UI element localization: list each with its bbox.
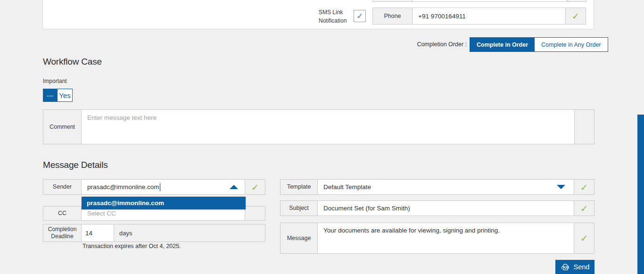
sender-value: prasadc@immonline.com	[87, 183, 159, 191]
send-button-label: Send	[574, 263, 590, 271]
template-label: Template	[281, 180, 317, 194]
valid-check-icon: ✓	[580, 182, 588, 192]
message-field-group: Message Your documents are available for…	[280, 223, 594, 254]
important-toggle: --- Yes	[43, 89, 73, 102]
template-field-group: Template Default Template ✓	[280, 179, 594, 195]
text-cursor	[160, 183, 160, 191]
sender-field-group: Sender prasadc@immonline.com ✓	[43, 179, 265, 195]
complete-in-order-button[interactable]: Complete in Order	[470, 38, 535, 51]
message-input[interactable]: Your documents are available for viewing…	[317, 223, 574, 253]
subject-input-field[interactable]	[323, 205, 568, 212]
message-textarea[interactable]: Your documents are available for viewing…	[318, 223, 574, 253]
phone-label: Phone	[373, 8, 412, 24]
completion-order-label: Completion Order :	[382, 41, 467, 48]
cut-field-input-stub[interactable]	[412, 0, 567, 2]
important-label: Important	[43, 78, 67, 84]
comment-field-group: Comment	[43, 109, 594, 144]
comment-input[interactable]	[81, 110, 575, 144]
cut-field-check-stub	[568, 0, 586, 2]
send-documents-page: SMS Link Notification ✓ Phone ✓ Completi…	[0, 0, 644, 274]
cc-right-cell	[245, 207, 265, 220]
sender-input[interactable]: prasadc@immonline.com	[81, 180, 245, 194]
deadline-unit-label: days	[119, 224, 132, 241]
deadline-days-input[interactable]	[81, 224, 114, 241]
template-valid-cell: ✓	[574, 180, 594, 194]
sender-dropdown-option[interactable]: prasadc@immonline.com	[82, 197, 246, 209]
dropdown-down-arrow-icon[interactable]	[557, 185, 565, 189]
cut-field-label-stub	[372, 0, 412, 2]
template-select[interactable]: Default Template	[317, 180, 574, 194]
dropdown-up-arrow-icon[interactable]	[230, 185, 238, 189]
cc-input-field[interactable]	[87, 210, 239, 217]
valid-check-icon: ✓	[580, 233, 588, 243]
sms-link-notification-label: SMS Link Notification	[319, 8, 347, 25]
comment-right-cell	[575, 110, 594, 144]
template-value: Default Template	[323, 183, 371, 191]
comment-label: Comment	[43, 110, 81, 144]
completion-deadline-group: Completion Deadline days	[43, 224, 265, 242]
phone-input-field[interactable]	[418, 13, 560, 20]
completion-order-toggle: Complete in Order Complete in Any Order	[470, 37, 608, 52]
send-cloud-envelope-icon	[561, 263, 570, 271]
message-details-title: Message Details	[43, 160, 107, 170]
subject-field-group: Subject ✓	[280, 200, 594, 216]
valid-check-icon: ✓	[580, 203, 588, 214]
completion-deadline-label: Completion Deadline	[43, 224, 81, 241]
important-toggle-off[interactable]: ---	[43, 89, 58, 102]
subject-input[interactable]	[317, 201, 574, 216]
send-button[interactable]: Send	[555, 260, 594, 274]
subject-label: Subject	[281, 201, 317, 216]
phone-input[interactable]	[412, 8, 566, 24]
valid-check-icon: ✓	[572, 11, 579, 21]
important-toggle-yes[interactable]: Yes	[58, 89, 73, 102]
valid-check-icon: ✓	[251, 182, 259, 192]
phone-valid-cell: ✓	[566, 8, 586, 24]
expiry-note: Transaction expires after Oct 4, 2025.	[83, 243, 181, 249]
scrollbar-thumb[interactable]	[637, 115, 644, 274]
sender-valid-cell: ✓	[245, 180, 265, 194]
deadline-days-field[interactable]	[85, 230, 110, 237]
message-label: Message	[281, 223, 317, 253]
cc-label: CC	[43, 207, 81, 220]
comment-textarea[interactable]	[82, 110, 574, 144]
complete-in-any-order-button[interactable]: Complete in Any Order	[535, 38, 607, 51]
message-valid-cell: ✓	[574, 223, 594, 253]
workflow-case-title: Workflow Case	[43, 57, 102, 67]
subject-valid-cell: ✓	[574, 201, 594, 216]
sender-label: Sender	[43, 180, 81, 194]
checkbox-check-icon: ✓	[356, 11, 363, 21]
phone-field-group: Phone ✓	[372, 8, 586, 25]
sms-link-notification-checkbox[interactable]: ✓	[354, 10, 366, 22]
